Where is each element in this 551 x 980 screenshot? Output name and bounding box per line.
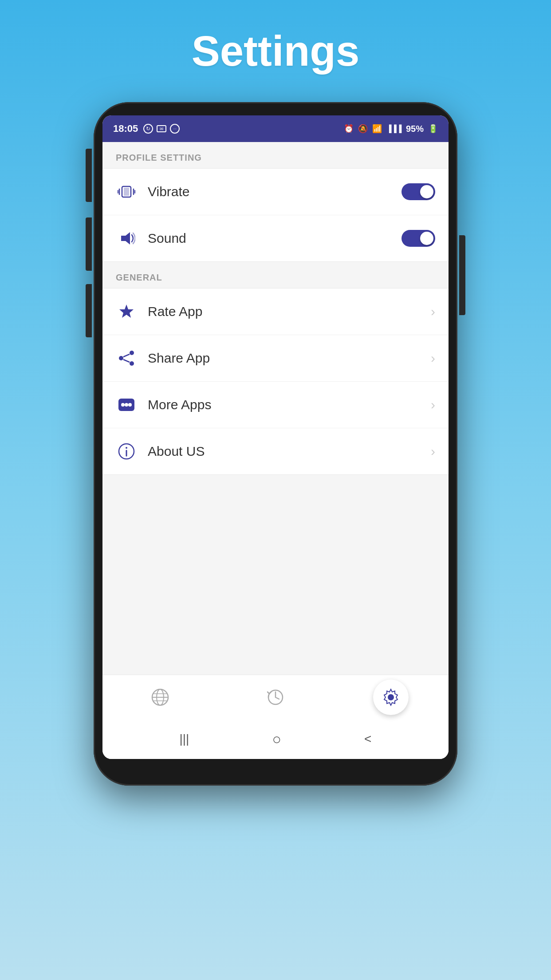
svg-rect-1	[124, 188, 129, 196]
vibrate-label: Vibrate	[148, 184, 401, 199]
vibrate-icon	[116, 181, 137, 202]
status-chat-icon: ···	[170, 124, 180, 134]
mute-icon: 🔕	[358, 124, 368, 134]
android-home-btn[interactable]: ○	[272, 731, 281, 748]
more-apps-item[interactable]: More Apps ›	[102, 382, 449, 428]
svg-marker-6	[121, 232, 130, 245]
more-apps-label: More Apps	[148, 397, 431, 412]
profile-setting-title: PROFILE SETTING	[116, 153, 202, 162]
sound-label: Sound	[148, 231, 401, 246]
android-nav: ||| ○ <	[102, 719, 449, 759]
about-us-label: About US	[148, 444, 431, 459]
sound-icon	[116, 228, 137, 249]
page-title: Settings	[192, 27, 360, 75]
more-apps-chevron: ›	[431, 397, 435, 412]
alarm-icon: ⏰	[344, 124, 354, 134]
svg-point-15	[125, 403, 128, 407]
svg-point-14	[121, 403, 125, 407]
rate-app-chevron: ›	[431, 304, 435, 319]
settings-content: PROFILE SETTING Vib	[102, 142, 449, 675]
sound-toggle[interactable]	[401, 230, 435, 247]
status-sync-icon: ↻	[143, 124, 153, 134]
general-title: GENERAL	[116, 273, 162, 282]
nav-settings-fab[interactable]	[373, 680, 409, 715]
svg-point-9	[119, 356, 123, 360]
more-apps-icon	[116, 394, 137, 415]
about-us-chevron: ›	[431, 444, 435, 459]
about-us-item[interactable]: About US ›	[102, 428, 449, 474]
profile-setting-header: PROFILE SETTING	[102, 142, 449, 168]
general-header: GENERAL	[102, 262, 449, 288]
share-app-chevron: ›	[431, 351, 435, 366]
bottom-nav	[102, 675, 449, 719]
phone-shell: 18:05 ↻ ✉ ··· ⏰ 🔕 📶 ▐▐▐ 95% 🔋 PROFILE SE…	[94, 102, 457, 786]
svg-point-10	[130, 361, 134, 366]
general-list: Rate App › Share App	[102, 288, 449, 475]
empty-area	[102, 475, 449, 608]
vibrate-toggle[interactable]	[401, 183, 435, 200]
svg-line-11	[123, 354, 130, 357]
android-menu-btn[interactable]: |||	[180, 732, 189, 746]
status-time: 18:05	[113, 123, 138, 134]
status-right-icons: ⏰ 🔕 📶 ▐▐▐ 95% 🔋	[344, 124, 438, 134]
svg-marker-7	[119, 304, 134, 318]
signal-icon: ▐▐▐	[386, 125, 401, 133]
sound-item[interactable]: Sound	[102, 215, 449, 261]
svg-point-19	[126, 447, 127, 449]
rate-app-label: Rate App	[148, 304, 431, 319]
svg-point-8	[130, 351, 134, 355]
status-mail-icon: ✉	[157, 125, 166, 132]
share-app-label: Share App	[148, 351, 431, 366]
battery-icon: 🔋	[428, 124, 438, 134]
svg-point-26	[388, 694, 394, 700]
status-left-icons: ↻ ✉ ···	[143, 124, 180, 134]
share-app-item[interactable]: Share App ›	[102, 335, 449, 382]
svg-point-16	[128, 403, 132, 407]
rate-app-item[interactable]: Rate App ›	[102, 288, 449, 335]
status-bar: 18:05 ↻ ✉ ··· ⏰ 🔕 📶 ▐▐▐ 95% 🔋	[102, 115, 449, 142]
android-back-btn[interactable]: <	[364, 732, 371, 746]
wifi-icon: 📶	[372, 124, 382, 134]
nav-history[interactable]	[258, 684, 293, 711]
share-icon	[116, 348, 137, 369]
svg-line-12	[123, 360, 130, 362]
profile-setting-list: Vibrate	[102, 168, 449, 262]
nav-globe[interactable]	[142, 684, 178, 711]
vibrate-item[interactable]: Vibrate	[102, 169, 449, 215]
star-icon	[116, 301, 137, 322]
info-icon	[116, 441, 137, 462]
battery-percent: 95%	[406, 124, 424, 134]
phone-screen: 18:05 ↻ ✉ ··· ⏰ 🔕 📶 ▐▐▐ 95% 🔋 PROFILE SE…	[102, 115, 449, 759]
